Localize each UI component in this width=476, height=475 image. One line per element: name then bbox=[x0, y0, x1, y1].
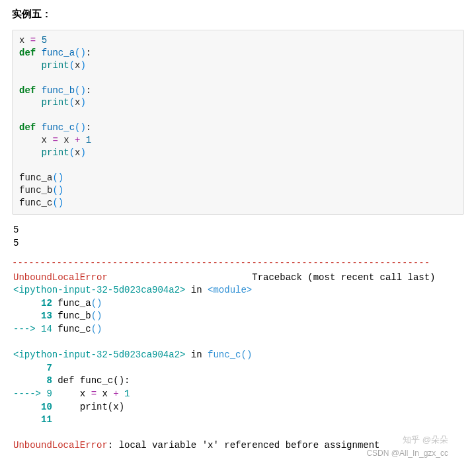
tb-text: in bbox=[185, 285, 208, 295]
code-token: func_c bbox=[42, 122, 75, 133]
traceback-separator: ----------------------------------------… bbox=[12, 257, 464, 268]
code-token: 1 bbox=[86, 135, 91, 145]
tb-scope: <module> bbox=[208, 285, 252, 295]
code-token: func_b bbox=[42, 85, 75, 96]
code-token: x bbox=[63, 135, 69, 145]
code-token: x bbox=[42, 135, 47, 145]
code-token: def bbox=[19, 48, 36, 58]
tb-code: ( bbox=[91, 298, 97, 309]
tb-arrow: ---> 14 bbox=[13, 324, 58, 334]
tb-code: ) bbox=[97, 311, 102, 321]
code-token: def bbox=[19, 122, 36, 133]
code-token: ) bbox=[58, 198, 63, 208]
tb-text: in bbox=[185, 349, 208, 360]
code-token: ) bbox=[58, 185, 63, 196]
tb-code: (x) bbox=[108, 402, 124, 412]
tb-scope: func_c bbox=[208, 349, 241, 360]
tb-lineno: 11 bbox=[13, 414, 58, 425]
code-token: print bbox=[42, 60, 69, 71]
tb-code: ( bbox=[91, 324, 97, 334]
code-token: + bbox=[69, 135, 86, 145]
tb-code: print bbox=[58, 402, 108, 412]
code-token: = bbox=[24, 35, 41, 46]
stdout-output: 5 5 bbox=[12, 221, 464, 252]
traceback: UnboundLocalError Traceback (most recent… bbox=[12, 269, 464, 455]
code-token: ( bbox=[69, 60, 75, 71]
code-token: func_a bbox=[42, 48, 75, 58]
code-token: def bbox=[19, 85, 36, 96]
code-token: ( bbox=[69, 97, 75, 108]
code-token: = bbox=[47, 135, 63, 145]
code-token: func_a bbox=[19, 172, 52, 183]
tb-code: func_b bbox=[58, 311, 91, 321]
code-token: print bbox=[42, 147, 69, 158]
code-token: func_b bbox=[19, 185, 52, 196]
tb-code: ( bbox=[91, 311, 97, 321]
code-token: 5 bbox=[42, 35, 47, 46]
tb-code: 1 bbox=[124, 388, 130, 399]
tb-code: def func_c(): bbox=[58, 375, 130, 386]
error-name-final: UnboundLocalError bbox=[13, 440, 108, 451]
tb-source: <ipython-input-32-5d023ca904a2> bbox=[13, 349, 185, 360]
tb-code: func_c bbox=[58, 324, 91, 334]
tb-code bbox=[119, 388, 124, 399]
code-token: : bbox=[86, 85, 91, 96]
tb-arrow: ----> 9 bbox=[13, 388, 58, 399]
tb-code: x bbox=[58, 388, 91, 399]
traceback-label: Traceback (most recent call last) bbox=[252, 272, 435, 283]
code-token: ( bbox=[52, 198, 58, 208]
code-token: ) bbox=[58, 172, 63, 183]
code-token: ) bbox=[80, 85, 85, 96]
code-token: : bbox=[86, 48, 91, 58]
tb-code: func_a bbox=[58, 298, 91, 309]
tb-lineno: 7 bbox=[13, 363, 58, 373]
tb-lineno: 10 bbox=[13, 402, 58, 412]
code-token: ) bbox=[80, 60, 85, 71]
tb-lineno: 8 bbox=[13, 375, 58, 386]
code-token: : bbox=[86, 122, 91, 133]
tb-code: ) bbox=[97, 324, 102, 334]
code-token: print bbox=[42, 97, 69, 108]
traceback-label bbox=[108, 272, 252, 283]
tb-code: x bbox=[97, 388, 113, 399]
code-token: func_c bbox=[19, 198, 52, 208]
error-name: UnboundLocalError bbox=[13, 272, 108, 283]
tb-code: ) bbox=[97, 298, 102, 309]
tb-code: = bbox=[91, 388, 97, 399]
error-message: : local variable 'x' referenced before a… bbox=[108, 440, 380, 451]
code-token: ) bbox=[80, 147, 85, 158]
tb-code: + bbox=[113, 388, 118, 399]
code-token: ( bbox=[52, 185, 58, 196]
code-token: ) bbox=[80, 97, 85, 108]
tb-lineno: 12 bbox=[13, 298, 58, 309]
code-token: ) bbox=[80, 48, 85, 58]
tb-lineno: 13 bbox=[13, 311, 58, 321]
code-token: ) bbox=[80, 122, 85, 133]
code-token: ( bbox=[69, 147, 75, 158]
section-heading: 实例五： bbox=[12, 8, 464, 20]
tb-scope: () bbox=[241, 349, 252, 360]
code-token: ( bbox=[52, 172, 58, 183]
code-block: x = 5 def func_a(): print(x) def func_b(… bbox=[12, 30, 464, 215]
tb-source: <ipython-input-32-5d023ca904a2> bbox=[13, 285, 185, 295]
